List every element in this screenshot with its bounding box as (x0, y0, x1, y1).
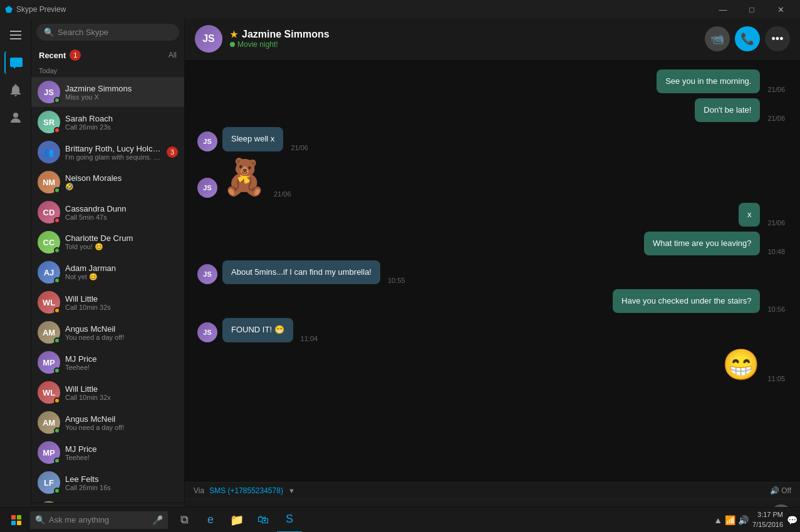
taskbar-search[interactable]: 🔍 Ask me anything 🎤 (30, 511, 168, 529)
minimize-button[interactable]: — (709, 0, 737, 19)
contact-info: Nelson Morales 🤣 (65, 173, 178, 191)
svg-rect-1 (10, 34, 21, 36)
network-icon[interactable]: 📶 (725, 515, 735, 525)
avatar-wrap: AJ (38, 261, 60, 284)
search-bar[interactable]: 🔍 (36, 24, 179, 41)
more-options-button[interactable]: ••• (765, 26, 790, 51)
date-display: 7/15/2016 (752, 520, 783, 529)
status-dot (54, 367, 60, 374)
incoming-avatar: JS (197, 264, 217, 284)
contact-preview: You need a day off! (65, 334, 178, 341)
message-time: 21/06 (291, 144, 308, 151)
svg-rect-4 (11, 515, 16, 519)
message-row-m5: 21/06x (197, 203, 787, 227)
sidebar: 🔍 Recent 1 All Today JS Jazmine Simmons … (31, 19, 185, 532)
status-dot (54, 307, 60, 314)
message-bubble: FOUND IT! 😁 (222, 318, 293, 342)
contact-name: Will Little (65, 294, 178, 304)
notification-center-icon[interactable]: 💬 (787, 515, 797, 525)
star-icon: ★ (230, 29, 238, 39)
taskbar-right: ▲ 📶 🔊 3:17 PM 7/15/2016 💬 (714, 510, 797, 529)
taskbar-search-label: Ask me anything (49, 515, 109, 524)
contact-item-mj2[interactable]: MP MJ Price Teehee! (31, 437, 184, 468)
notifications-icon[interactable] (4, 79, 27, 101)
contact-item-adam[interactable]: AJ Adam Jarman Not yet 😊 (31, 257, 184, 287)
start-button[interactable] (3, 508, 30, 533)
audio-off-label[interactable]: 🔊 Off (770, 486, 791, 495)
maximize-button[interactable]: □ (737, 0, 766, 19)
all-filter[interactable]: All (169, 51, 177, 59)
avatar-wrap: MP (38, 441, 60, 464)
contact-info: MJ Price Teehee! (65, 354, 178, 371)
microphone-icon[interactable]: 🎤 (152, 515, 163, 525)
svg-rect-0 (10, 31, 21, 32)
message-time: 11:04 (301, 335, 318, 342)
close-button[interactable]: ✕ (766, 0, 795, 19)
message-row-m8: 10:56Have you checked under the stairs? (197, 289, 787, 313)
contact-name: Charlotte De Crum (65, 233, 178, 243)
contact-preview: Call 26min 23s (65, 123, 178, 131)
clock: 3:17 PM 7/15/2016 (752, 510, 783, 529)
contact-info: Angus McNeil You need a day off! (65, 324, 178, 341)
svg-rect-7 (17, 521, 21, 525)
message-row-m4: JS🧸21/06 (197, 156, 787, 198)
hamburger-menu-icon[interactable] (4, 24, 27, 46)
contact-item-angus1[interactable]: AM Angus McNeil You need a day off! (31, 317, 184, 347)
contact-name: Angus McNeil (65, 324, 178, 334)
sms-number-link[interactable]: SMS (+17855234578) (209, 486, 283, 495)
message-time: 21/06 (767, 86, 785, 93)
contact-name: MJ Price (65, 354, 178, 364)
contact-item-jazmine[interactable]: JS Jazmine Simmons Miss you X (31, 77, 184, 107)
contact-info: Adam Jarman Not yet 😊 (65, 263, 178, 281)
contacts-icon[interactable] (4, 106, 27, 129)
contact-item-lee[interactable]: LF Lee Felts Call 26min 16s (31, 468, 184, 498)
via-label: Via (194, 486, 204, 495)
contact-item-charlotte[interactable]: CC Charlotte De Crum Told you! 😊 (31, 227, 184, 257)
status-dot (54, 247, 60, 253)
message-time: 21/06 (274, 190, 291, 198)
skype-taskbar-icon[interactable]: S (277, 508, 302, 533)
contact-item-cassandra[interactable]: CD Cassandra Dunn Call 5min 47s (31, 197, 184, 227)
contact-name: Lee Felts (65, 474, 178, 484)
file-explorer-icon[interactable]: 📁 (224, 508, 249, 533)
avatar-wrap: WL (38, 381, 60, 404)
contact-item-angus2[interactable]: AM Angus McNeil You need a day off! (31, 407, 184, 437)
message-row-m9: JSFOUND IT! 😁11:04 (197, 318, 787, 342)
contact-preview: Call 5min 47s (65, 213, 178, 221)
chat-nav-icon[interactable] (4, 51, 27, 74)
contact-info: Brittany Roth, Lucy Holcomb, S... I'm go… (65, 144, 162, 161)
edge-icon[interactable]: e (198, 508, 223, 533)
contact-item-sarah[interactable]: SR Sarah Roach Call 26min 23s (31, 107, 184, 137)
contact-item-babak[interactable]: BS Babak Shamas I must have missed you! (31, 498, 184, 503)
task-view-icon[interactable]: ⧉ (172, 508, 197, 533)
contact-preview: 🤣 (65, 183, 178, 191)
message-bubble: See you in the morning. (657, 69, 760, 93)
contact-name: Jazmine Simmons (65, 84, 178, 93)
contact-preview: Call 10min 32s (65, 304, 178, 311)
show-hidden-icon[interactable]: ▲ (714, 515, 722, 525)
message-time: 11:05 (767, 375, 785, 382)
search-input[interactable] (58, 28, 172, 37)
contact-item-mj1[interactable]: MP MJ Price Teehee! (31, 347, 184, 377)
avatar-wrap: MP (38, 351, 60, 374)
contact-item-brittany[interactable]: 👥 Brittany Roth, Lucy Holcomb, S... I'm … (31, 137, 184, 167)
message-bubble: Don't be late! (695, 98, 760, 122)
contact-name: Cassandra Dunn (65, 204, 178, 213)
contact-info: Cassandra Dunn Call 5min 47s (65, 204, 178, 221)
chevron-down-icon[interactable]: ▼ (288, 487, 295, 494)
contact-name: Adam Jarman (65, 263, 178, 273)
message-bubble: What time are you leaving? (644, 232, 761, 255)
store-icon[interactable]: 🛍 (251, 508, 276, 533)
section-header: Recent 1 All (31, 46, 184, 64)
voice-call-button[interactable]: 📞 (735, 26, 760, 51)
contact-item-will1[interactable]: WL Will Little Call 10min 32s (31, 287, 184, 317)
volume-icon[interactable]: 🔊 (738, 515, 749, 525)
video-call-button[interactable]: 📹 (705, 26, 730, 51)
chat-contact-avatar: JS (195, 25, 222, 53)
app-title: Skype Preview (16, 5, 66, 14)
contact-info: Charlotte De Crum Told you! 😊 (65, 233, 178, 251)
contact-item-nelson[interactable]: NM Nelson Morales 🤣 (31, 167, 184, 197)
contact-item-will2[interactable]: WL Will Little Call 10min 32x (31, 377, 184, 407)
contact-preview: You need a day off! (65, 424, 178, 431)
contact-name: Sarah Roach (65, 114, 178, 123)
